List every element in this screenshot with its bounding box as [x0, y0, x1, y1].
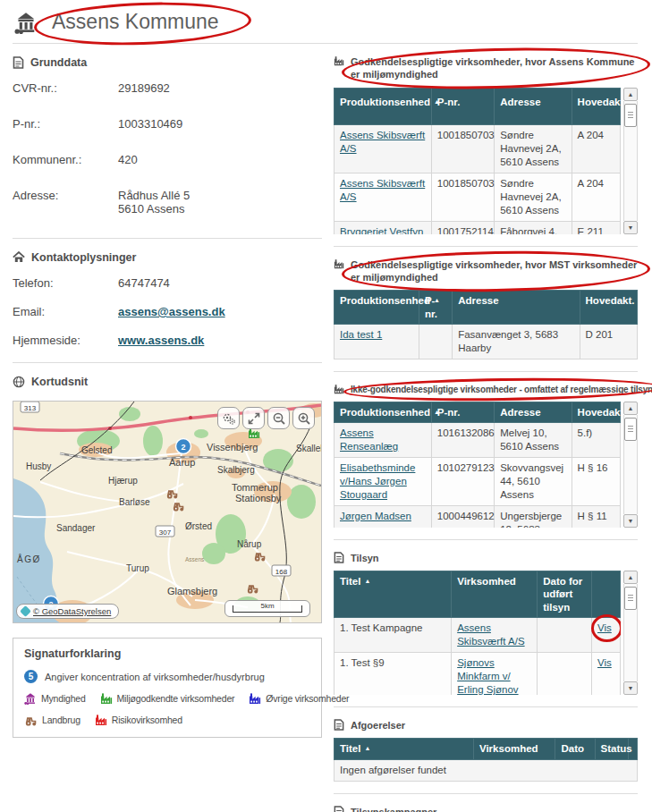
- cluster-badge: 5: [24, 670, 38, 683]
- col-dato[interactable]: Dato for udført tilsyn: [538, 571, 592, 618]
- virksomhed-link[interactable]: Assens Renseanlæg: [340, 427, 398, 452]
- scroll-thumb[interactable]: [624, 587, 637, 610]
- virksomhed-link[interactable]: Assens Skibsværft A/S: [340, 130, 425, 154]
- scroll-down-button[interactable]: ▼: [623, 221, 638, 234]
- legend-item-landbrug: Landbrug: [24, 715, 80, 726]
- scroll-thumb[interactable]: [624, 418, 637, 441]
- tilsyn-heading: Tilsyn: [334, 552, 638, 564]
- col-adresse[interactable]: Adresse: [495, 88, 572, 124]
- annotation-ellipse: [342, 249, 651, 294]
- email-field: Email: assens@assens.dk: [13, 305, 322, 318]
- virksomhed-link[interactable]: Sjønovs Minkfarm v/ Erling Sjønov: [457, 657, 518, 695]
- legend-item-risiko: Risikovirksomhed: [95, 714, 182, 726]
- table-row: Elisabethsminde v/Hans Jørgen Stougaard …: [334, 458, 621, 506]
- email-link[interactable]: assens@assens.dk: [118, 305, 225, 318]
- document-icon: [334, 552, 344, 563]
- scroll-thumb[interactable]: [624, 104, 637, 127]
- map-zoom-out-button[interactable]: [267, 407, 290, 429]
- green-factory-icon: [100, 692, 113, 705]
- virksomhed-link[interactable]: Elisabethsminde v/Hans Jørgen Stougaard: [340, 462, 415, 500]
- svg-text:Vissenbjerg: Vissenbjerg: [207, 442, 258, 453]
- virksomhed-link[interactable]: Assens Skibsværft A/S: [340, 178, 425, 202]
- left-column: Grunddata CVR-nr.: 29189692 P-nr.: 10033…: [13, 44, 322, 738]
- col-produktionsenhed[interactable]: Produktionsenhed▲: [334, 402, 432, 422]
- virksomhed-link[interactable]: Jørgen Madsen: [340, 511, 411, 521]
- svg-text:Barløse: Barløse: [119, 497, 150, 507]
- map[interactable]: 313 307 168 Gelsted Husby Hjærup: [13, 401, 322, 623]
- tractor-icon: [24, 715, 38, 726]
- svg-text:ÅGØ: ÅGØ: [17, 554, 41, 564]
- tilsyn-table: Titel▲ Virksomhed Dato for udført tilsyn…: [334, 571, 638, 695]
- scroll-track[interactable]: [623, 415, 638, 514]
- sort-asc-icon: ▲: [364, 745, 370, 751]
- scroll-track[interactable]: [623, 101, 638, 221]
- scroll-down-button[interactable]: ▼: [623, 514, 638, 528]
- cvr-field: CVR-nr.: 29189692: [13, 81, 322, 95]
- zoom-in-icon: [297, 411, 311, 426]
- town-hall-icon: [14, 11, 38, 34]
- scroll-track[interactable]: [623, 584, 638, 681]
- col-pnr[interactable]: P-nr.: [431, 402, 494, 422]
- divider: [13, 238, 322, 239]
- map-canvas[interactable]: 313 307 168 Gelsted Husby Hjærup: [13, 402, 321, 622]
- map-fullscreen-button[interactable]: [242, 407, 265, 429]
- vis-link[interactable]: Vis: [597, 622, 612, 633]
- svg-text:Assens: Assens: [185, 556, 205, 562]
- table-row: Assens Skibsværft A/S 1001850703 Søndre …: [334, 124, 621, 173]
- vertical-scrollbar: ▲ ▼: [623, 402, 638, 528]
- col-titel[interactable]: Titel▲: [334, 739, 474, 759]
- page-title: Assens Kommune: [47, 9, 224, 35]
- col-titel[interactable]: Titel▲: [334, 571, 452, 618]
- col-status[interactable]: Status: [595, 739, 628, 759]
- road-badge: 313: [21, 402, 39, 412]
- divider: [334, 371, 638, 372]
- divider: [334, 539, 638, 540]
- road-badge: 307: [156, 526, 174, 537]
- vis-link[interactable]: Vis: [597, 657, 612, 668]
- svg-text:Ørsted: Ørsted: [185, 521, 212, 531]
- scroll-up-button[interactable]: ▲: [623, 402, 638, 415]
- attribution-link[interactable]: © GeoDataStyrelsen: [33, 606, 111, 616]
- col-virksomhed[interactable]: Virksomhed: [452, 571, 538, 618]
- document-icon: [334, 719, 344, 731]
- col-adresse[interactable]: Adresse: [495, 402, 572, 422]
- table-row: 1. Test Kampagne Assens Skibsværft A/S V…: [334, 618, 621, 653]
- col-actions: [591, 571, 620, 618]
- svg-text:2: 2: [181, 443, 185, 452]
- cluster-marker[interactable]: 2: [176, 439, 191, 454]
- col-produktionsenhed[interactable]: Produktionsenhed▲: [334, 88, 432, 124]
- virksomhed-link[interactable]: Bryggeriet Vestfyn A/S: [340, 226, 423, 234]
- map-zoom-in-button[interactable]: [292, 407, 315, 429]
- svg-text:168: 168: [275, 568, 288, 576]
- website-link[interactable]: www.assens.dk: [118, 334, 204, 347]
- col-hovedakt[interactable]: Hovedakt.: [580, 291, 637, 325]
- col-pnr[interactable]: P-nr.: [431, 88, 494, 124]
- adresse-field: Adresse: Rådhus Allé 5 5610 Assens: [13, 189, 322, 216]
- svg-text:Sandager: Sandager: [56, 523, 96, 533]
- right-column: Godkendelsespligtige virksomheder, hvor …: [334, 44, 638, 812]
- vertical-scrollbar: ▲ ▼: [623, 88, 638, 234]
- document-icon: [13, 56, 24, 69]
- factory-icon: [334, 384, 344, 394]
- col-produktionsenhed[interactable]: Produktionsenhed▲: [334, 291, 419, 325]
- scroll-up-button[interactable]: ▲: [623, 88, 638, 101]
- col-virksomhed[interactable]: Virksomhed: [473, 739, 555, 759]
- col-hovedakt[interactable]: Hovedakt.: [572, 402, 620, 422]
- hjemmeside-field: Hjemmeside: www.assens.dk: [13, 334, 322, 347]
- empty-message: Ingen afgørelser fundet: [334, 759, 638, 781]
- map-controls: [217, 407, 315, 429]
- svg-text:Aarup: Aarup: [169, 457, 195, 468]
- virksomhed-link[interactable]: Assens Skibsværft A/S: [457, 622, 524, 647]
- scroll-up-button[interactable]: ▲: [623, 571, 638, 584]
- table-row: Jørgen Madsen 1000449612 Ungersbjerge 12…: [334, 505, 621, 527]
- virksomhed-link[interactable]: Ida test 1: [340, 329, 382, 340]
- col-hovedakt[interactable]: Hovedakt.: [572, 88, 620, 124]
- col-adresse[interactable]: Adresse: [453, 291, 580, 325]
- diamond-icon: [20, 605, 31, 617]
- col-dato[interactable]: Dato: [555, 739, 595, 759]
- blue-factory-icon: [249, 692, 261, 705]
- svg-text:Turup: Turup: [126, 563, 149, 573]
- map-settings-button[interactable]: [217, 407, 240, 429]
- scroll-down-button[interactable]: ▼: [623, 681, 638, 695]
- table-row: Ingen afgørelser fundet: [334, 759, 638, 781]
